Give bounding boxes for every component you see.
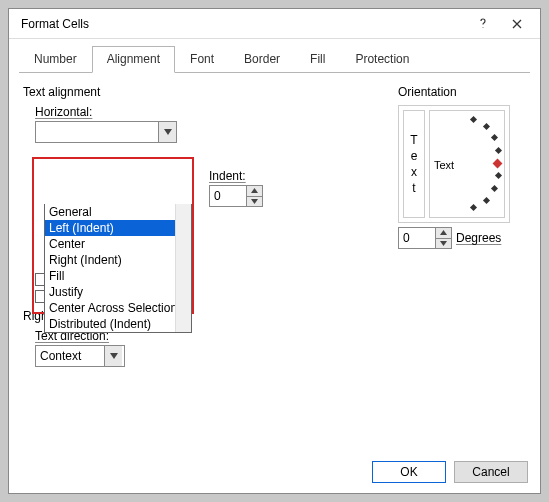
tab-font[interactable]: Font	[175, 46, 229, 73]
horizontal-label: Horizontal:	[35, 105, 388, 119]
tab-border[interactable]: Border	[229, 46, 295, 73]
indent-input[interactable]	[210, 186, 246, 206]
option-fill[interactable]: Fill	[45, 268, 191, 284]
text-direction-dropdown-button[interactable]	[104, 346, 122, 366]
dropdown-scrollbar[interactable]	[175, 204, 191, 332]
orientation-label: Orientation	[398, 85, 526, 99]
dialog-footer: OK Cancel	[9, 451, 540, 493]
option-right-indent[interactable]: Right (Indent)	[45, 252, 191, 268]
orientation-vertical[interactable]: Text	[403, 110, 425, 218]
degrees-up[interactable]	[436, 228, 451, 239]
option-center-across[interactable]: Center Across Selection	[45, 300, 191, 316]
indent-down[interactable]	[247, 197, 262, 207]
horizontal-dropdown-list[interactable]: General Left (Indent) Center Right (Inde…	[44, 204, 192, 333]
degrees-spinner[interactable]	[398, 227, 452, 249]
tab-fill[interactable]: Fill	[295, 46, 340, 73]
horizontal-combo[interactable]	[35, 121, 177, 143]
tab-number[interactable]: Number	[19, 46, 92, 73]
format-cells-dialog: Format Cells Number Alignment Font Borde…	[8, 8, 541, 494]
tab-protection[interactable]: Protection	[340, 46, 424, 73]
degrees-label: Degrees	[456, 231, 501, 245]
content-area: Text alignment Horizontal: Indent:	[9, 73, 540, 451]
option-distributed[interactable]: Distributed (Indent)	[45, 316, 191, 332]
orientation-arc[interactable]: Text	[429, 110, 505, 218]
tab-alignment[interactable]: Alignment	[92, 46, 175, 73]
option-left-indent[interactable]: Left (Indent)	[45, 220, 191, 236]
horizontal-input[interactable]	[36, 122, 158, 142]
indent-label: Indent:	[209, 169, 263, 183]
degrees-down[interactable]	[436, 239, 451, 249]
close-button[interactable]	[500, 11, 534, 37]
option-justify[interactable]: Justify	[45, 284, 191, 300]
titlebar: Format Cells	[9, 9, 540, 39]
text-direction-combo[interactable]	[35, 345, 125, 367]
cancel-button[interactable]: Cancel	[454, 461, 528, 483]
indent-up[interactable]	[247, 186, 262, 197]
orientation-control[interactable]: Text Text	[398, 105, 510, 223]
horizontal-dropdown-button[interactable]	[158, 122, 176, 142]
option-center[interactable]: Center	[45, 236, 191, 252]
indent-spinner[interactable]	[209, 185, 263, 207]
orientation-handle[interactable]	[493, 159, 503, 169]
text-direction-input[interactable]	[36, 346, 104, 366]
degrees-input[interactable]	[399, 228, 435, 248]
orientation-arc-text: Text	[434, 159, 454, 171]
dialog-title: Format Cells	[21, 17, 466, 31]
tab-strip: Number Alignment Font Border Fill Protec…	[9, 39, 540, 72]
text-alignment-label: Text alignment	[23, 85, 388, 99]
option-general[interactable]: General	[45, 204, 191, 220]
ok-button[interactable]: OK	[372, 461, 446, 483]
help-button[interactable]	[466, 11, 500, 37]
